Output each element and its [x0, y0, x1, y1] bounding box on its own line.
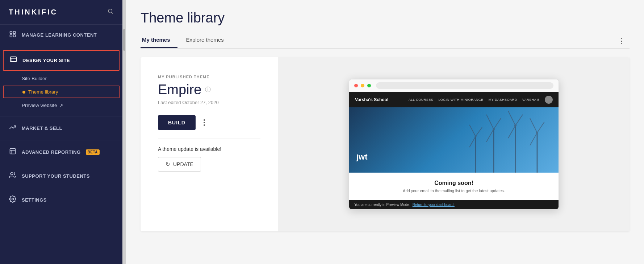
update-button-label: UPDATE [173, 161, 193, 167]
site-nav: Varsha's School ALL COURSES LOGIN WITH M… [349, 92, 559, 107]
sidebar-item-label: ADVANCED REPORTING [22, 149, 81, 155]
manage-content-icon [9, 30, 17, 40]
svg-point-0 [108, 9, 112, 13]
sidebar-item-design-your-site[interactable]: DESIGN YOUR SITE [3, 50, 120, 71]
advanced-reporting-icon [9, 148, 17, 157]
dot2 [204, 122, 205, 123]
tabs-bar: My themes Explore themes ⋮ [141, 33, 630, 49]
nav-link-3: MY DASHBOARD [489, 98, 517, 102]
svg-rect-5 [13, 35, 16, 37]
svg-rect-6 [11, 57, 17, 62]
preview-bar-text: You are currently in Preview Mode. [354, 203, 410, 207]
design-site-subitems: Site Builder Theme library Preview websi… [0, 72, 122, 115]
nav-link-2: LOGIN WITH MINIORANGE [438, 98, 484, 102]
svg-line-25 [537, 122, 544, 133]
theme-name-text: Empire [158, 82, 201, 98]
sidebar-item-label: MARKET & SELL [22, 125, 62, 131]
page-title: Theme library [141, 10, 630, 26]
market-sell-icon [9, 124, 17, 133]
page-header: Theme library My themes Explore themes ⋮ [126, 0, 644, 49]
site-body: Coming soon! Add your email to the maili… [349, 173, 559, 200]
svg-rect-2 [10, 32, 12, 34]
coming-soon-text: Add your email to the mailing list to ge… [356, 189, 551, 193]
user-avatar [545, 96, 553, 104]
last-edited-text: Last edited October 27, 2020 [158, 100, 260, 105]
scroll-thumb [123, 29, 125, 51]
sidebar-item-settings[interactable]: SETTINGS [0, 190, 122, 210]
svg-line-24 [530, 118, 537, 133]
site-hero: jwt [349, 107, 559, 173]
preview-bar-link[interactable]: Return to your dashboard. [413, 203, 455, 207]
svg-line-14 [486, 115, 494, 129]
external-link-icon: ↗ [59, 103, 63, 108]
svg-line-29 [469, 125, 476, 136]
site-nav-links: ALL COURSES LOGIN WITH MINIORANGE MY DAS… [409, 96, 553, 104]
tab-explore-themes[interactable]: Explore themes [185, 33, 231, 48]
browser-bar [349, 79, 559, 92]
settings-icon [9, 195, 17, 205]
sidebar-subitem-theme-library[interactable]: Theme library [3, 86, 120, 98]
svg-line-26 [530, 133, 537, 145]
update-button[interactable]: ↻ UPDATE [158, 157, 201, 172]
preview-website-label: Preview website [22, 103, 57, 108]
theme-name-row: Empire ⓘ [158, 82, 260, 98]
main-content: Theme library My themes Explore themes ⋮… [126, 0, 644, 264]
sidebar-logo: THINKIFIC [0, 0, 122, 25]
beta-badge: BETA [86, 149, 100, 155]
tabs-more-button[interactable]: ⋮ [614, 34, 630, 48]
divider-2 [0, 116, 122, 116]
app-name: THINKIFIC [9, 8, 58, 16]
svg-line-21 [508, 125, 515, 138]
divider-5 [0, 188, 122, 188]
svg-line-16 [486, 129, 494, 142]
scrollbar [122, 0, 126, 264]
sidebar-item-support-students[interactable]: SUPPORT YOUR STUDENTS [0, 166, 122, 186]
theme-card: MY PUBLISHED THEME Empire ⓘ Last edited … [141, 57, 630, 231]
svg-point-10 [11, 173, 13, 175]
nav-user-label: VARSHA B [522, 98, 540, 102]
sidebar-subitem-site-builder[interactable]: Site Builder [0, 72, 122, 85]
site-nav-logo: Varsha's School [355, 97, 388, 102]
browser-dot-close [354, 84, 358, 87]
theme-content: MY PUBLISHED THEME Empire ⓘ Last edited … [126, 49, 644, 264]
svg-line-15 [494, 118, 501, 129]
update-notice-text: A theme update is available! [158, 146, 260, 152]
sidebar-item-label: MANAGE LEARNING CONTENT [22, 32, 97, 38]
svg-rect-9 [10, 149, 16, 154]
theme-info-icon[interactable]: ⓘ [205, 86, 211, 94]
theme-info-panel: MY PUBLISHED THEME Empire ⓘ Last edited … [141, 57, 278, 231]
sidebar-item-advanced-reporting[interactable]: ADVANCED REPORTING BETA [0, 142, 122, 162]
theme-actions: BUILD [158, 115, 260, 130]
svg-line-1 [112, 12, 113, 13]
tab-my-themes[interactable]: My themes [141, 33, 177, 48]
svg-rect-3 [13, 32, 16, 34]
hero-text: jwt [356, 152, 368, 162]
theme-preview-panel: Varsha's School ALL COURSES LOGIN WITH M… [278, 57, 630, 231]
sidebar-item-label: DESIGN YOUR SITE [22, 58, 70, 63]
search-icon[interactable] [107, 8, 114, 16]
divider-1 [0, 47, 122, 47]
browser-dot-maximize [367, 84, 371, 87]
card-divider [158, 139, 260, 139]
nav-link-1: ALL COURSES [409, 98, 433, 102]
active-indicator [22, 91, 25, 94]
coming-soon-title: Coming soon! [356, 180, 551, 186]
svg-rect-4 [10, 35, 12, 37]
sidebar-item-market-sell[interactable]: MARKET & SELL [0, 118, 122, 139]
divider-3 [0, 140, 122, 140]
design-site-icon [9, 56, 17, 65]
theme-library-label: Theme library [28, 89, 58, 95]
sidebar-item-manage-learning-content[interactable]: MANAGE LEARNING CONTENT [0, 25, 122, 45]
site-builder-label: Site Builder [22, 76, 47, 81]
divider-4 [0, 164, 122, 164]
theme-more-options-button[interactable] [201, 118, 208, 127]
build-button[interactable]: BUILD [158, 115, 196, 130]
browser-dot-minimize [361, 84, 364, 87]
sidebar: THINKIFIC MANAGE LEARNING CONTENT DESIGN… [0, 0, 122, 264]
support-students-icon [9, 172, 17, 181]
sidebar-subitem-preview-website[interactable]: Preview website ↗ [0, 99, 122, 112]
sidebar-item-label: SUPPORT YOUR STUDENTS [22, 173, 90, 179]
browser-url-bar [376, 82, 553, 89]
published-label: MY PUBLISHED THEME [158, 75, 260, 79]
svg-point-11 [12, 198, 14, 200]
